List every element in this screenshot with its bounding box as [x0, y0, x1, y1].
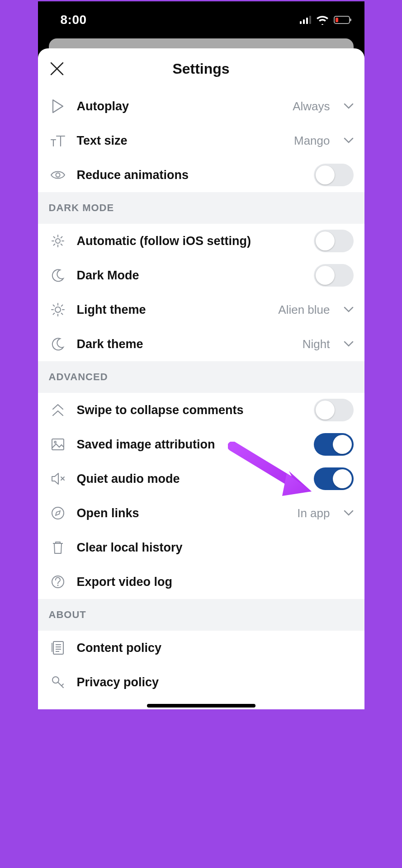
svg-point-4 — [54, 441, 56, 443]
row-value: Always — [293, 99, 330, 113]
gear-icon — [49, 234, 67, 248]
wifi-icon — [316, 15, 329, 25]
row-clear-history[interactable]: Clear local history — [38, 530, 364, 565]
row-value: Mango — [294, 134, 330, 148]
text-size-icon — [49, 134, 67, 147]
svg-point-0 — [56, 173, 60, 177]
image-icon — [49, 438, 67, 451]
row-automatic-dark[interactable]: Automatic (follow iOS setting) — [38, 224, 364, 258]
row-label: Open links — [77, 506, 288, 520]
svg-point-2 — [55, 307, 61, 312]
row-quiet-audio[interactable]: Quiet audio mode — [38, 462, 364, 496]
row-value: Night — [303, 337, 330, 351]
section-header-about: ABOUT — [38, 599, 364, 631]
row-value: Alien blue — [278, 303, 330, 317]
svg-rect-8 — [53, 642, 63, 654]
row-dark-theme[interactable]: Dark theme Night — [38, 327, 364, 361]
svg-rect-3 — [52, 439, 64, 450]
collapse-icon — [49, 403, 67, 417]
row-text-size[interactable]: Text size Mango — [38, 123, 364, 158]
row-label: Reduce animations — [77, 168, 304, 182]
mute-icon — [49, 472, 67, 485]
row-privacy-policy[interactable]: Privacy policy — [38, 665, 364, 699]
row-light-theme[interactable]: Light theme Alien blue — [38, 292, 364, 327]
svg-point-5 — [52, 507, 64, 519]
close-icon — [49, 61, 65, 76]
row-saved-image-attribution[interactable]: Saved image attribution — [38, 427, 364, 462]
toggle-reduce-animations[interactable] — [314, 164, 354, 186]
chevron-down-icon — [344, 510, 354, 516]
row-reduce-animations[interactable]: Reduce animations — [38, 158, 364, 192]
row-value: In app — [297, 506, 330, 520]
row-label: Clear local history — [77, 541, 354, 555]
row-label: Text size — [77, 134, 284, 148]
sun-icon — [49, 302, 67, 317]
chevron-down-icon — [344, 341, 354, 347]
row-label: Saved image attribution — [77, 438, 304, 452]
chevron-down-icon — [344, 307, 354, 313]
help-icon — [49, 575, 67, 589]
toggle-auto-dark[interactable] — [314, 230, 354, 252]
status-icons — [300, 15, 350, 25]
home-indicator — [147, 704, 255, 708]
play-icon — [49, 99, 67, 113]
svg-point-7 — [57, 585, 58, 586]
svg-point-1 — [56, 239, 60, 243]
battery-icon — [334, 16, 350, 24]
page-title: Settings — [172, 61, 229, 77]
close-button[interactable] — [47, 59, 67, 79]
row-open-links[interactable]: Open links In app — [38, 496, 364, 530]
toggle-saved-image-attribution[interactable] — [314, 433, 354, 456]
chevron-down-icon — [344, 137, 354, 144]
toggle-swipe-collapse[interactable] — [314, 399, 354, 421]
row-content-policy[interactable]: Content policy — [38, 631, 364, 665]
row-export-video-log[interactable]: Export video log — [38, 565, 364, 599]
row-dark-mode[interactable]: Dark Mode — [38, 258, 364, 292]
row-label: Dark theme — [77, 337, 293, 351]
row-label: Quiet audio mode — [77, 472, 304, 486]
row-label: Content policy — [77, 641, 354, 655]
row-label: Export video log — [77, 575, 354, 589]
toggle-dark-mode[interactable] — [314, 264, 354, 287]
row-label: Dark Mode — [77, 269, 304, 283]
row-label: Autoplay — [77, 99, 283, 113]
row-swipe-collapse[interactable]: Swipe to collapse comments — [38, 393, 364, 427]
document-icon — [49, 640, 67, 656]
cellular-icon — [300, 16, 311, 24]
row-autoplay[interactable]: Autoplay Always — [38, 89, 364, 123]
row-label: Swipe to collapse comments — [77, 403, 304, 417]
sheet-backdrop — [49, 38, 354, 48]
row-label: Light theme — [77, 303, 269, 317]
section-header-advanced: ADVANCED — [38, 361, 364, 393]
section-header-dark-mode: DARK MODE — [38, 192, 364, 224]
sheet-header: Settings — [38, 48, 364, 89]
row-label: Privacy policy — [77, 675, 354, 689]
toggle-quiet-audio[interactable] — [314, 467, 354, 490]
eye-icon — [49, 170, 67, 180]
chevron-down-icon — [344, 103, 354, 109]
settings-sheet: Settings Autoplay Always Text size Mango — [38, 48, 364, 709]
moon-icon — [49, 269, 67, 282]
moon-icon — [49, 337, 67, 351]
key-icon — [49, 675, 67, 689]
status-time: 8:00 — [61, 13, 87, 27]
row-label: Automatic (follow iOS setting) — [77, 234, 304, 248]
trash-icon — [49, 540, 67, 555]
compass-icon — [49, 506, 67, 520]
status-bar: 8:00 — [38, 1, 364, 38]
